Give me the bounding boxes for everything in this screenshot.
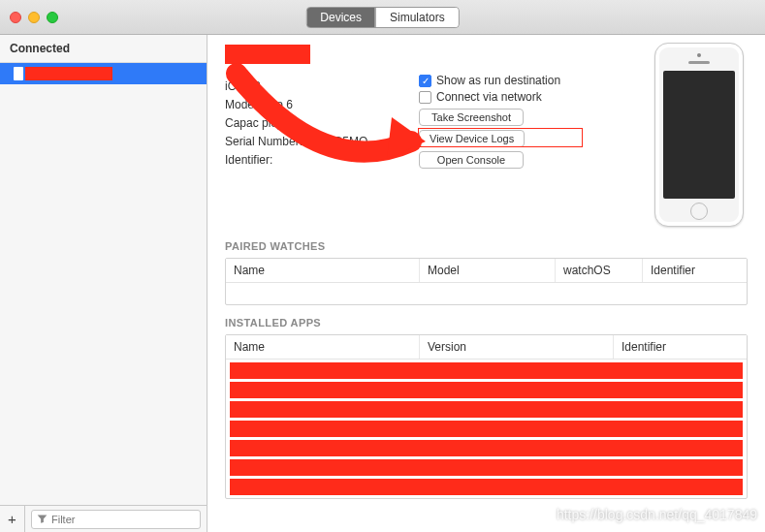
col-name[interactable]: Name xyxy=(226,259,420,282)
show-run-checkbox[interactable]: ✓ xyxy=(419,75,431,87)
col-identifier[interactable]: Identifier xyxy=(643,259,747,282)
col-watchos[interactable]: watchOS xyxy=(556,259,643,282)
section-title: INSTALLED APPS xyxy=(225,317,748,329)
filter-icon xyxy=(37,514,48,524)
apps-table: Name Version Identifier xyxy=(225,334,748,499)
open-console-button[interactable]: Open Console xyxy=(419,151,524,169)
close-icon[interactable] xyxy=(10,12,21,23)
connect-network-label: Connect via network xyxy=(436,90,542,104)
filter-input[interactable] xyxy=(51,514,195,525)
watermark: https://blog.csdn.net/qq_4017849 xyxy=(557,507,757,522)
sidebar-device-item[interactable] xyxy=(0,63,207,84)
table-row[interactable] xyxy=(230,362,743,379)
sidebar-list xyxy=(0,63,207,505)
redaction-overlay xyxy=(225,45,310,64)
watches-table: Name Model watchOS Identifier xyxy=(225,258,748,305)
table-row[interactable] xyxy=(230,459,743,476)
add-button[interactable]: + xyxy=(0,506,25,533)
table-row[interactable] xyxy=(230,421,743,437)
table-row[interactable] xyxy=(230,401,743,418)
table-row[interactable] xyxy=(230,382,743,398)
col-name[interactable]: Name xyxy=(226,335,420,359)
col-model[interactable]: Model xyxy=(420,259,556,282)
section-title: PAIRED WATCHES xyxy=(225,240,748,252)
connect-network-checkbox[interactable] xyxy=(419,91,431,104)
segmented-control: Devices Simulators xyxy=(305,7,459,28)
traffic-lights xyxy=(10,12,58,23)
device-icon xyxy=(14,67,23,80)
installed-apps-section: INSTALLED APPS Name Version Identifier xyxy=(207,317,765,499)
title-bar: Devices Simulators xyxy=(0,0,765,35)
table-row[interactable] xyxy=(230,440,743,456)
tab-devices[interactable]: Devices xyxy=(306,8,375,27)
minimize-icon[interactable] xyxy=(28,12,40,23)
content-area: iOS 12 Model: iP e 6 Capac ple) Serial N… xyxy=(207,35,765,532)
col-version[interactable]: Version xyxy=(420,335,614,359)
take-screenshot-button[interactable]: Take Screenshot xyxy=(419,109,524,126)
sidebar: Connected + xyxy=(0,35,207,532)
tab-simulators[interactable]: Simulators xyxy=(375,8,459,27)
sidebar-footer: + xyxy=(0,505,207,532)
sidebar-header: Connected xyxy=(0,35,207,63)
filter-field[interactable] xyxy=(31,510,201,529)
device-image xyxy=(654,43,744,227)
maximize-icon[interactable] xyxy=(47,12,58,23)
redaction-overlay xyxy=(25,67,112,80)
device-controls: ✓ Show as run destination Connect via ne… xyxy=(419,74,560,172)
paired-watches-section: PAIRED WATCHES Name Model watchOS Identi… xyxy=(207,240,765,305)
view-device-logs-button[interactable]: View Device Logs xyxy=(419,130,525,147)
table-row[interactable] xyxy=(230,479,743,495)
show-run-label: Show as run destination xyxy=(436,74,560,87)
col-identifier[interactable]: Identifier xyxy=(614,335,747,359)
